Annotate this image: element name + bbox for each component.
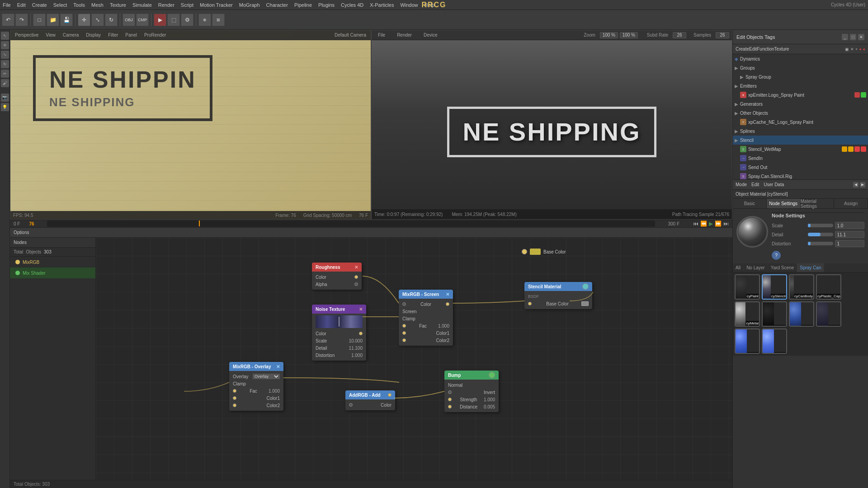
menu-mograph[interactable]: MoGraph xyxy=(239,2,260,8)
menu-tools[interactable]: Tools xyxy=(73,2,85,8)
hierarchy-sendout[interactable]: → Send Out xyxy=(733,163,868,172)
paint-tool[interactable]: 🖌 xyxy=(1,79,9,87)
bump-circle[interactable] xyxy=(489,372,495,378)
render-file-tab[interactable]: File xyxy=(374,32,389,38)
addrgb-color-out[interactable] xyxy=(388,393,392,397)
mixrgb-overlay-node[interactable]: MixRGB - Overlay ✕ Overlay Overlay Clamp xyxy=(229,362,283,411)
mat-tab-basic[interactable]: Basic xyxy=(733,199,767,208)
mat-darkblue[interactable] xyxy=(816,301,841,327)
vp-filter-btn[interactable]: Filter xyxy=(106,32,120,38)
roughness-close[interactable]: ✕ xyxy=(354,265,358,270)
mat-dark1[interactable] xyxy=(762,301,787,327)
mat-vividblue[interactable] xyxy=(762,328,787,354)
zoom-y-input[interactable] xyxy=(620,32,638,38)
ns-scale-value[interactable]: 1.0 xyxy=(835,222,865,229)
hierarchy-spray-can-group[interactable]: ▶ Spray Group xyxy=(733,72,868,81)
mat-tab-material-settings[interactable]: Material Settings xyxy=(801,199,835,208)
menu-cycles4d[interactable]: Cycles 4D xyxy=(341,2,363,8)
mat-userdata-label[interactable]: User Data xyxy=(764,182,784,187)
mat-tab-assign[interactable]: Assign xyxy=(834,199,868,208)
grid-tool[interactable]: ⊞ xyxy=(212,14,225,26)
render-button[interactable]: ▶ xyxy=(154,14,166,26)
noise-close[interactable]: ✕ xyxy=(359,307,363,312)
node-mixrgb-item[interactable]: MixRGB xyxy=(10,257,95,267)
menu-file[interactable]: File xyxy=(3,2,11,8)
menu-script[interactable]: Script xyxy=(181,2,193,8)
vp-panel-btn[interactable]: Panel xyxy=(123,32,139,38)
overlay-fac-in[interactable] xyxy=(233,389,236,393)
mat-tab-node-settings[interactable]: Node Settings xyxy=(767,199,801,208)
menu-motion-tracker[interactable]: Motion Tracker xyxy=(200,2,233,8)
mat-edit-label[interactable]: Edit xyxy=(751,182,759,187)
stencil-circle[interactable] xyxy=(582,283,589,290)
overlay-c2-in[interactable] xyxy=(233,404,236,407)
scale-tool[interactable]: ⤡ xyxy=(91,14,104,26)
base-color-socket[interactable] xyxy=(522,249,527,254)
roughness-color-socket[interactable] xyxy=(354,275,358,279)
hierarchy-xpemitter[interactable]: X xpEmitter.Logo_Spray Paint xyxy=(733,90,868,99)
stencil-color-swatch[interactable] xyxy=(581,301,589,306)
mixrgb-fac-in[interactable] xyxy=(402,324,406,328)
mixrgb-screen-node[interactable]: MixRGB - Screen ✕ Color Screen xyxy=(399,290,453,346)
menu-edit[interactable]: Edit xyxy=(17,2,26,8)
hierarchy-splines[interactable]: ▶ Splines xyxy=(733,127,868,136)
bump-node[interactable]: Bump Normal Invert Strength xyxy=(444,371,499,412)
viewport-render[interactable]: File Render Device Zoom Subd Rate Sample… xyxy=(371,30,732,220)
vp-left-mode[interactable]: Perspective xyxy=(13,32,40,38)
render-region[interactable]: ⬚ xyxy=(167,14,180,26)
h-edit-btn[interactable]: Edit xyxy=(749,47,757,52)
hierarchy-spray-stencil-rig[interactable]: S Spray.Can.Stencil.Rig xyxy=(733,172,868,180)
mat-cystencil[interactable]: cyStencil xyxy=(762,274,787,300)
menu-texture[interactable]: Texture xyxy=(110,2,126,8)
rotate-tool[interactable]: ↻ xyxy=(105,14,118,26)
hierarchy-dynamics[interactable]: ◆ Dynamics xyxy=(733,54,868,63)
noise-color-socket[interactable] xyxy=(359,332,363,335)
menu-mesh[interactable]: Mesh xyxy=(91,2,104,8)
vp-camera-btn[interactable]: Camera xyxy=(61,32,81,38)
camera-tool[interactable]: 📷 xyxy=(1,94,9,102)
menu-simulate[interactable]: Simulate xyxy=(132,2,152,8)
hierarchy-stencil[interactable]: ▶ Stencil xyxy=(733,136,868,145)
mixrgb-c1-in[interactable] xyxy=(402,331,406,335)
component-mode[interactable]: CMP xyxy=(136,14,149,26)
node-mixshader-item[interactable]: Mix Shader xyxy=(10,267,95,278)
overlay-select[interactable]: Overlay xyxy=(253,374,280,379)
h-texture-btn[interactable]: Texture xyxy=(774,47,789,52)
addrgb-in[interactable] xyxy=(349,403,353,407)
hierarchy-groups[interactable]: ▶ Groups xyxy=(733,63,868,72)
undo-button[interactable]: ↶ xyxy=(2,14,14,26)
hierarchy-xpcache[interactable]: X xpCache_NE_Logo_Spray Paint xyxy=(733,117,868,127)
play-btn[interactable]: ▶ xyxy=(709,221,713,227)
menu-plugins[interactable]: Plugins xyxy=(318,2,335,8)
stencil-color-in[interactable] xyxy=(528,302,532,305)
subd-input[interactable] xyxy=(673,32,686,38)
mat-mode-label[interactable]: Mode xyxy=(736,182,747,187)
save-button[interactable]: 💾 xyxy=(60,14,73,26)
maximize-btn[interactable]: □ xyxy=(850,34,856,40)
menu-window[interactable]: Window xyxy=(400,2,418,8)
mat-filter-spraycan[interactable]: Spray Can xyxy=(797,263,824,272)
snap-tool[interactable]: ⊕ xyxy=(198,14,211,26)
move-tool[interactable]: ✛ xyxy=(78,14,90,26)
rotate-tool-side[interactable]: ↻ xyxy=(1,60,9,68)
viewport-perspective[interactable]: Perspective View Camera Display Filter P… xyxy=(10,30,371,220)
timeline-track[interactable] xyxy=(47,221,656,227)
stencil-material-node[interactable]: Stencil Material BSDF Base Color xyxy=(524,282,592,309)
render-device-tab[interactable]: Device xyxy=(420,32,441,38)
mixrgb-c2-in[interactable] xyxy=(402,338,406,342)
mat-filter-yardscene[interactable]: Yard Scene xyxy=(768,263,797,272)
samples-input[interactable] xyxy=(716,32,729,38)
addrgb-node[interactable]: AddRGB - Add Color xyxy=(345,390,395,410)
close-btn[interactable]: ✕ xyxy=(858,34,864,40)
mixrgb-color-out[interactable] xyxy=(446,302,449,306)
vp-view-btn[interactable]: View xyxy=(44,32,57,38)
move-tool-side[interactable]: ✛ xyxy=(1,41,9,49)
ns-distortion-slider[interactable] xyxy=(808,242,833,245)
mixrgb-screen-close[interactable]: ✕ xyxy=(446,292,449,297)
create-btn[interactable]: Create xyxy=(736,47,749,52)
minimize-btn[interactable]: _ xyxy=(842,34,848,40)
overlay-c1-in[interactable] xyxy=(233,396,236,400)
hierarchy-emitters[interactable]: ▶ Emitters xyxy=(733,81,868,90)
bump-dist-in[interactable] xyxy=(448,405,452,408)
ns-distortion-value[interactable]: 1 xyxy=(835,240,865,247)
